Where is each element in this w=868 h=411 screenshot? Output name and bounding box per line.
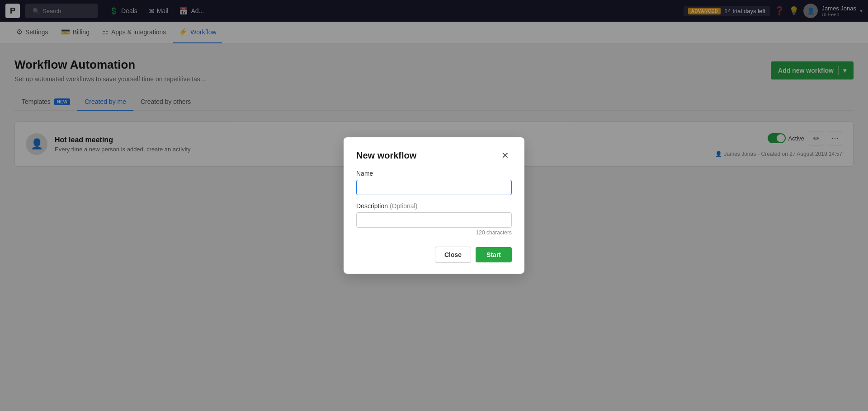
- modal-overlay[interactable]: New workflow ✕ Name Description (Optiona…: [0, 0, 868, 167]
- modal-close-button[interactable]: ✕: [499, 150, 512, 161]
- modal-title: New workflow: [356, 150, 416, 161]
- modal-header: New workflow ✕: [356, 150, 512, 161]
- new-workflow-modal: New workflow ✕ Name Description (Optiona…: [344, 137, 524, 167]
